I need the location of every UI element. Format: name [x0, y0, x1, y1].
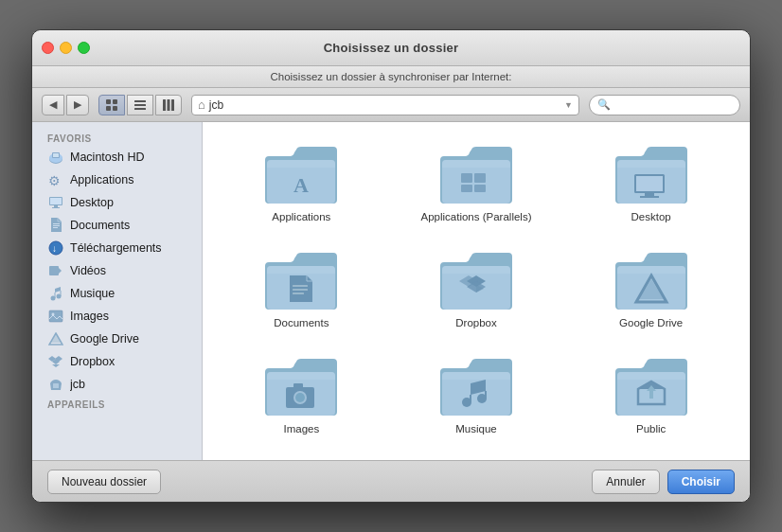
sidebar-item-applications[interactable]: ⚙ Applications — [32, 168, 202, 191]
svg-rect-51 — [293, 293, 304, 294]
desktop-icon — [47, 194, 64, 211]
folder-desktop-label: Desktop — [631, 211, 671, 222]
sidebar-item-dropbox-label: Dropbox — [70, 355, 115, 368]
sidebar-item-jcb[interactable]: jcb — [32, 373, 202, 396]
macintosh-hd-icon — [47, 149, 64, 166]
svg-rect-7 — [163, 99, 166, 111]
svg-text:⚙: ⚙ — [48, 173, 61, 187]
bottom-bar: Nouveau dossier Annuler Choisir — [32, 460, 750, 502]
svg-rect-13 — [53, 153, 59, 157]
svg-rect-5 — [134, 104, 146, 106]
folder-musique-icon — [438, 355, 514, 419]
subtitle-text: Choisissez un dossier à synchroniser par… — [270, 71, 511, 82]
folder-applications-label: Applications — [272, 211, 330, 222]
folder-documents-label: Documents — [274, 317, 329, 328]
sidebar-item-images-label: Images — [70, 310, 109, 323]
new-folder-button[interactable]: Nouveau dossier — [47, 470, 161, 494]
svg-rect-16 — [50, 198, 62, 204]
sidebar-item-jcb-label: jcb — [70, 378, 85, 391]
folder-images[interactable]: Images — [218, 349, 385, 440]
folder-dropbox-label: Dropbox — [455, 317, 496, 328]
bottom-right: Annuler Choisir — [592, 470, 735, 494]
documents-icon — [47, 217, 64, 234]
sidebar-item-applications-label: Applications — [70, 173, 133, 186]
svg-rect-17 — [54, 205, 58, 207]
sidebar-item-dropbox[interactable]: Dropbox — [32, 350, 202, 373]
sidebar-section-favoris: FAVORIS — [32, 130, 202, 146]
location-bar[interactable]: ⌂ jcb ▼ — [191, 95, 579, 115]
sidebar: FAVORIS Macintosh HD ⚙ Applications — [32, 122, 203, 460]
folder-applications-parallels-label: Applications (Parallels) — [421, 211, 532, 222]
dropbox-icon — [47, 353, 64, 370]
svg-rect-2 — [106, 106, 111, 111]
close-button[interactable] — [42, 42, 54, 54]
folder-desktop[interactable]: Desktop — [567, 137, 735, 228]
svg-marker-25 — [59, 268, 62, 274]
folder-google-drive[interactable]: Google Drive — [567, 243, 735, 334]
jcb-icon — [47, 376, 64, 393]
sidebar-item-desktop[interactable]: Desktop — [32, 191, 202, 214]
folder-applications-parallels-icon — [438, 143, 514, 207]
svg-rect-46 — [636, 176, 663, 191]
view-buttons — [98, 95, 182, 115]
folder-applications-parallels[interactable]: Applications (Parallels) — [393, 137, 560, 228]
folder-google-drive-label: Google Drive — [619, 317, 683, 328]
search-bar[interactable]: 🔍 — [589, 95, 740, 115]
folder-public[interactable]: Public — [567, 349, 735, 440]
svg-rect-42 — [474, 173, 486, 183]
sidebar-item-documents[interactable]: Documents — [32, 214, 202, 237]
folder-public-label: Public — [636, 423, 666, 434]
cancel-button[interactable]: Annuler — [592, 470, 659, 494]
svg-rect-1 — [113, 99, 117, 104]
folder-musique[interactable]: Musique — [393, 349, 560, 440]
svg-rect-4 — [134, 100, 146, 102]
svg-rect-9 — [171, 99, 174, 111]
telechargements-icon: ↓ — [47, 239, 64, 257]
applications-icon: ⚙ — [47, 171, 64, 188]
musique-icon — [47, 285, 64, 302]
folder-desktop-icon — [613, 143, 689, 207]
subtitle-bar: Choisissez un dossier à synchroniser par… — [32, 66, 750, 88]
svg-rect-48 — [640, 196, 659, 198]
folder-images-label: Images — [283, 423, 319, 434]
forward-button[interactable]: ▶ — [66, 95, 89, 115]
sidebar-item-images[interactable]: Images — [32, 305, 202, 328]
svg-marker-33 — [50, 333, 62, 343]
choose-button[interactable]: Choisir — [667, 470, 735, 494]
svg-rect-0 — [106, 99, 111, 104]
column-view-button[interactable] — [155, 95, 182, 115]
sidebar-item-telechargements[interactable]: ↓ Téléchargements — [32, 237, 202, 259]
svg-rect-49 — [293, 285, 308, 287]
maximize-button[interactable] — [78, 42, 90, 54]
nav-buttons: ◀ ▶ — [42, 95, 89, 115]
sidebar-item-google-drive[interactable]: Google Drive — [32, 328, 202, 350]
bottom-left: Nouveau dossier — [47, 470, 161, 494]
sidebar-item-musique[interactable]: Musique — [32, 282, 202, 305]
sidebar-item-macintosh-hd-label: Macintosh HD — [70, 151, 145, 164]
toolbar: ◀ ▶ ⌂ jcb ▼ 🔍 — [32, 88, 750, 122]
sidebar-item-desktop-label: Desktop — [70, 196, 114, 209]
search-icon: 🔍 — [597, 98, 611, 111]
folder-dropbox-icon — [438, 249, 514, 313]
back-button[interactable]: ◀ — [42, 95, 64, 115]
sidebar-item-macintosh-hd[interactable]: Macintosh HD — [32, 146, 202, 168]
svg-rect-50 — [293, 289, 308, 291]
svg-rect-6 — [134, 108, 146, 110]
traffic-lights — [42, 42, 90, 54]
location-dropdown-arrow: ▼ — [564, 100, 573, 110]
list-view-button[interactable] — [127, 95, 153, 115]
svg-text:↓: ↓ — [52, 243, 57, 254]
svg-rect-21 — [53, 227, 58, 228]
window-title: Choisissez un dossier — [324, 41, 459, 55]
videos-icon — [47, 262, 64, 279]
folder-applications-icon: A — [263, 143, 339, 207]
svg-rect-44 — [474, 185, 486, 192]
sidebar-item-musique-label: Musique — [70, 287, 115, 300]
folder-dropbox[interactable]: Dropbox — [393, 243, 560, 334]
minimize-button[interactable] — [60, 42, 72, 54]
titlebar: Choisissez un dossier — [32, 30, 750, 66]
sidebar-item-videos[interactable]: Vidéos — [32, 259, 202, 282]
folder-documents[interactable]: Documents — [218, 243, 385, 334]
folder-applications[interactable]: A Applications — [218, 137, 385, 228]
icon-view-button[interactable] — [98, 95, 125, 115]
